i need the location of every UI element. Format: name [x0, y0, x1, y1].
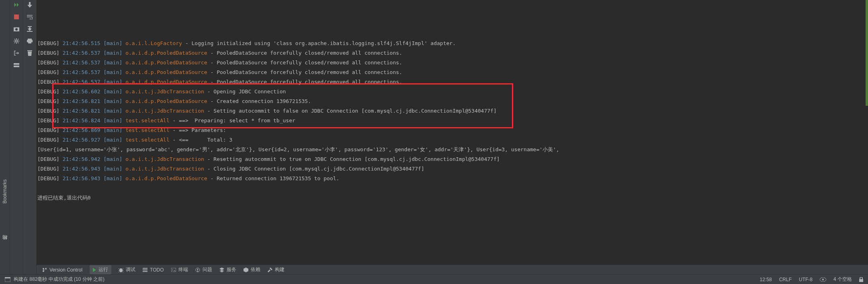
exit-icon[interactable]	[13, 50, 20, 56]
camera-icon[interactable]	[13, 26, 20, 32]
log-line: [DEBUG] 21:42:56.824 [main] test.selectA…	[37, 116, 865, 126]
eye-icon[interactable]	[820, 278, 826, 282]
svg-rect-0	[14, 14, 19, 19]
scroll-to-end-icon[interactable]	[27, 26, 33, 32]
status-left: 构建在 882毫秒 中成功完成 (10 分钟 之前)	[5, 276, 104, 283]
run-toolbar-primary	[10, 0, 23, 284]
log-line: [DEBUG] 21:42:56.942 [main] o.a.i.t.j.Jd…	[37, 154, 865, 164]
svg-rect-6	[27, 31, 33, 32]
log-line: [User{id=1, username='小张', password='abc…	[37, 145, 865, 154]
svg-rect-7	[28, 39, 32, 40]
svg-rect-21	[197, 271, 198, 272]
status-message: 构建在 882毫秒 中成功完成 (10 分钟 之前)	[14, 276, 104, 283]
main-panel: [DEBUG] 21:42:56.515 [main] o.a.i.l.LogF…	[37, 0, 868, 284]
tab-terminal[interactable]: 终端	[171, 266, 188, 273]
tab-version-control[interactable]: Version Control	[42, 267, 82, 273]
status-line-separator[interactable]: CRLF	[779, 277, 792, 282]
status-clock[interactable]: 12:58	[760, 277, 772, 282]
log-line: [DEBUG] 21:42:56.943 [main] o.a.i.t.j.Jd…	[37, 164, 865, 174]
status-encoding[interactable]: UTF-8	[799, 277, 813, 282]
play-icon	[93, 268, 96, 272]
tab-services[interactable]: 服务	[219, 266, 236, 273]
status-right: 12:58 CRLF UTF-8 4 个空格	[760, 276, 863, 283]
svg-rect-4	[14, 63, 19, 65]
log-line: [DEBUG] 21:42:56.869 [main] test.selectA…	[37, 126, 865, 135]
svg-rect-23	[5, 277, 10, 278]
tab-label: 构建	[275, 266, 285, 273]
tab-label: 终端	[178, 266, 188, 273]
svg-point-2	[15, 28, 18, 31]
hammer-icon	[268, 268, 272, 272]
log-line: [DEBUG] 21:42:56.515 [main] o.a.i.l.LogF…	[37, 39, 865, 48]
status-indent[interactable]: 4 个空格	[833, 276, 852, 283]
tab-label: 调试	[126, 266, 135, 273]
svg-rect-5	[14, 66, 19, 67]
log-line: [DEBUG] 21:42:56.602 [main] o.a.i.t.j.Jd…	[37, 87, 865, 97]
log-line: [DEBUG] 21:42:56.821 [main] o.a.i.t.j.Jd…	[37, 106, 865, 116]
svg-rect-16	[143, 270, 147, 270]
trash-icon[interactable]	[27, 50, 33, 56]
log-line: [DEBUG] 21:42:56.537 [main] o.a.i.d.p.Po…	[37, 48, 865, 58]
tab-label: Version Control	[49, 267, 82, 273]
log-line: [DEBUG] 21:42:56.927 [main] test.selectA…	[37, 135, 865, 145]
soft-wrap-icon[interactable]	[27, 14, 33, 20]
console-output[interactable]: [DEBUG] 21:42:56.515 [main] o.a.i.l.LogF…	[37, 0, 868, 265]
tab-label: TODO	[150, 267, 164, 273]
svg-point-14	[119, 268, 123, 272]
tab-label: 运行	[98, 266, 108, 273]
branch-icon	[42, 268, 47, 272]
bookmarks-stripe[interactable]: Bookmarks	[2, 179, 8, 204]
terminal-icon	[171, 268, 176, 272]
svg-point-25	[822, 279, 824, 280]
tab-build[interactable]: 构建	[268, 266, 285, 273]
tab-problems[interactable]: 问题	[195, 266, 212, 273]
tab-label: 依赖	[251, 266, 260, 273]
toolwindow-stripe-left[interactable]: Bookmarks 结构	[0, 0, 10, 284]
bug-icon	[119, 268, 123, 272]
svg-rect-10	[27, 50, 32, 51]
stop-icon[interactable]	[13, 14, 20, 20]
arrow-down-icon[interactable]	[27, 2, 33, 8]
layout-icon[interactable]	[13, 62, 20, 68]
svg-rect-26	[859, 279, 863, 282]
status-bar: 构建在 882毫秒 中成功完成 (10 分钟 之前) 12:58 CRLF UT…	[0, 274, 868, 284]
tab-run[interactable]: 运行	[90, 265, 111, 274]
log-line: [DEBUG] 21:42:56.821 [main] o.a.i.d.p.Po…	[37, 97, 865, 106]
svg-point-3	[15, 40, 17, 42]
svg-rect-20	[197, 269, 198, 270]
error-stripe[interactable]	[866, 0, 868, 265]
tab-label: 问题	[203, 266, 212, 273]
print-icon[interactable]	[27, 38, 33, 44]
run-toolbar-secondary	[23, 0, 37, 284]
log-line: [DEBUG] 21:42:56.943 [main] o.a.i.d.p.Po…	[37, 174, 865, 183]
settings-icon[interactable]	[13, 38, 20, 44]
tab-dependencies[interactable]: 依赖	[244, 266, 260, 273]
bottom-toolwindow-bar: Version Control 运行 调试 TODO 终端 问题 服务 依赖	[37, 265, 868, 274]
svg-rect-17	[143, 271, 147, 272]
tab-label: 服务	[227, 266, 236, 273]
tab-todo[interactable]: TODO	[143, 267, 164, 273]
tab-debug[interactable]: 调试	[119, 266, 135, 273]
rerun-icon[interactable]	[13, 2, 20, 8]
svg-rect-15	[143, 268, 147, 269]
log-line: [DEBUG] 21:42:56.537 [main] o.a.i.d.p.Po…	[37, 77, 865, 87]
svg-rect-9	[28, 41, 31, 43]
svg-rect-18	[171, 268, 176, 272]
dependencies-icon	[244, 268, 248, 272]
exit-line: 进程已结束,退出代码0	[37, 193, 865, 203]
warning-icon	[195, 268, 200, 272]
todo-icon	[143, 268, 147, 272]
log-line: [DEBUG] 21:42:56.537 [main] o.a.i.d.p.Po…	[37, 58, 865, 68]
lock-icon[interactable]	[859, 277, 863, 282]
services-icon	[219, 268, 224, 272]
log-line: [DEBUG] 21:42:56.537 [main] o.a.i.d.p.Po…	[37, 68, 865, 77]
window-icon[interactable]	[5, 277, 10, 282]
